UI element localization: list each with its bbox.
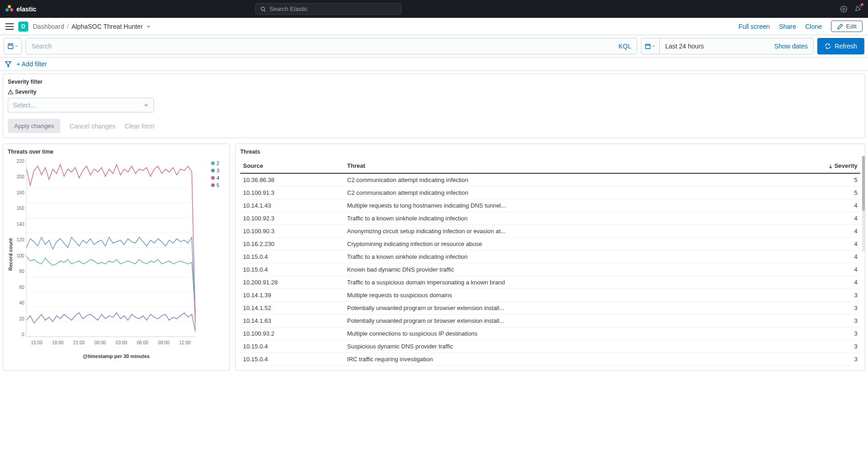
y-ticks: 020406080100120140160180200220 xyxy=(13,159,24,337)
elastic-logo[interactable]: elastic xyxy=(5,5,37,13)
chart-plot[interactable] xyxy=(26,159,196,337)
legend-item[interactable]: 5 xyxy=(211,182,225,188)
breadcrumb-dashboard[interactable]: Dashboard xyxy=(33,23,64,30)
table-row[interactable]: 10.100.90.3Anonymizing circuit setup ind… xyxy=(240,225,860,238)
query-bar: Search KQL Last 24 hours Show dates Refr… xyxy=(0,35,868,58)
severity-select[interactable]: Select... xyxy=(8,98,154,112)
global-search-placeholder: Search Elastic xyxy=(270,5,307,12)
elastic-logo-icon xyxy=(5,5,14,13)
table-row[interactable]: 10.36.86.38C2 communication attempt indi… xyxy=(240,173,860,187)
sort-down-icon xyxy=(828,164,833,169)
chart-legend: 2345 xyxy=(211,159,225,351)
filter-icon[interactable] xyxy=(5,60,12,68)
chevron-down-icon xyxy=(15,44,18,48)
query-language-toggle[interactable]: KQL xyxy=(619,43,631,50)
table-row[interactable]: 10.100.93.2Multiple connections to suspi… xyxy=(240,327,860,340)
edit-button[interactable]: Edit xyxy=(831,21,863,32)
legend-item[interactable]: 3 xyxy=(211,168,225,173)
legend-item[interactable]: 2 xyxy=(211,160,225,166)
table-row[interactable]: 10.15.0.4Traffic to a known sinkhole ind… xyxy=(240,251,860,263)
chevron-down-icon[interactable] xyxy=(146,24,151,29)
clone-link[interactable]: Clone xyxy=(805,23,822,30)
threats-panel: Threats Source Threat Severity 10.36.86.… xyxy=(235,144,865,371)
col-severity[interactable]: Severity xyxy=(770,159,861,173)
notification-dot xyxy=(861,3,863,6)
save-icon xyxy=(7,43,14,49)
query-placeholder: Search xyxy=(32,43,52,50)
refresh-button[interactable]: Refresh xyxy=(817,38,864,54)
pencil-icon xyxy=(837,23,843,30)
refresh-icon xyxy=(825,43,831,49)
severity-label: Severity xyxy=(8,89,860,95)
newsfeed-button[interactable] xyxy=(854,4,863,14)
warning-icon xyxy=(8,89,13,95)
help-icon[interactable] xyxy=(840,5,848,13)
table-row[interactable]: 10.14.1.63Potentially unwanted program o… xyxy=(240,315,860,327)
table-row[interactable]: 10.15.0.4IRC traffic requiring investiga… xyxy=(240,353,860,366)
table-row[interactable]: 10.14.1.39Multiple requests to suspiciou… xyxy=(240,289,860,302)
breadcrumb-title: AlphaSOC Threat Hunter xyxy=(71,23,143,30)
y-axis-label: Record count xyxy=(8,159,13,351)
date-range-label[interactable]: Last 24 hours xyxy=(660,43,769,50)
svg-rect-4 xyxy=(646,44,651,49)
filter-bar: + Add filter xyxy=(0,58,868,71)
table-row[interactable]: 10.200.91.28Traffic to a suspicious doma… xyxy=(240,276,860,289)
breadcrumb-separator: / xyxy=(67,23,69,30)
x-ticks: 15:0018:0021:0000:0003:0006:0009:0012:00 xyxy=(26,340,196,345)
brand-text: elastic xyxy=(16,5,37,13)
date-quick-select[interactable] xyxy=(641,38,660,54)
breadcrumb: Dashboard / AlphaSOC Threat Hunter xyxy=(33,23,151,30)
date-picker[interactable]: Last 24 hours Show dates xyxy=(641,38,814,54)
query-input[interactable]: Search KQL xyxy=(26,38,637,54)
apply-changes-button[interactable]: Apply changes xyxy=(8,119,60,133)
fullscreen-link[interactable]: Full screen xyxy=(739,23,770,30)
threats-table: Source Threat Severity 10.36.86.38C2 com… xyxy=(240,159,860,366)
table-row[interactable]: 10.16.2.230Cryptomining indicating infec… xyxy=(240,238,860,251)
table-row[interactable]: 10.15.0.4Suspicious dynamic DNS provider… xyxy=(240,340,860,353)
table-row[interactable]: 10.100.92.3Traffic to a known sinkhole i… xyxy=(240,212,860,225)
calendar-icon xyxy=(645,43,651,49)
svg-point-0 xyxy=(261,7,265,11)
severity-panel-title: Severity filter xyxy=(8,79,860,85)
svg-point-2 xyxy=(843,8,845,10)
col-source[interactable]: Source xyxy=(240,159,344,173)
cancel-changes-button[interactable]: Cancel changes xyxy=(69,123,115,130)
legend-item[interactable]: 4 xyxy=(211,175,225,181)
global-header: elastic Search Elastic xyxy=(0,0,868,18)
chevron-down-icon xyxy=(652,44,656,48)
app-header: D Dashboard / AlphaSOC Threat Hunter Ful… xyxy=(0,18,868,35)
severity-filter-panel: Severity filter Severity Select... Apply… xyxy=(3,74,865,138)
table-row[interactable]: 10.100.91.3C2 communication attempt indi… xyxy=(240,187,860,199)
add-filter-link[interactable]: + Add filter xyxy=(16,60,47,68)
threats-over-time-panel: Threats over time Record count 020406080… xyxy=(3,144,230,371)
saved-query-button[interactable] xyxy=(4,38,22,54)
severity-select-placeholder: Select... xyxy=(13,102,36,109)
show-dates-link[interactable]: Show dates xyxy=(769,43,813,50)
threats-title: Threats xyxy=(240,149,860,155)
col-threat[interactable]: Threat xyxy=(344,159,770,173)
table-row[interactable]: 10.15.0.4Known bad dynamic DNS provider … xyxy=(240,263,860,276)
svg-rect-3 xyxy=(8,44,13,49)
chart-title: Threats over time xyxy=(8,149,225,155)
search-icon xyxy=(260,6,266,12)
nav-toggle-button[interactable] xyxy=(5,23,14,30)
table-scrollbar[interactable] xyxy=(862,156,865,252)
clear-form-button[interactable]: Clear form xyxy=(125,123,154,130)
space-selector[interactable]: D xyxy=(18,21,28,32)
x-axis-label: @timestamp per 30 minutes xyxy=(8,353,225,359)
share-link[interactable]: Share xyxy=(779,23,796,30)
chevron-down-icon xyxy=(143,102,149,108)
global-search-input[interactable]: Search Elastic xyxy=(255,3,402,15)
table-row[interactable]: 10.14.1.52Potentially unwanted program o… xyxy=(240,302,860,315)
table-row[interactable]: 10.14.1.43Multiple requests to long host… xyxy=(240,199,860,212)
